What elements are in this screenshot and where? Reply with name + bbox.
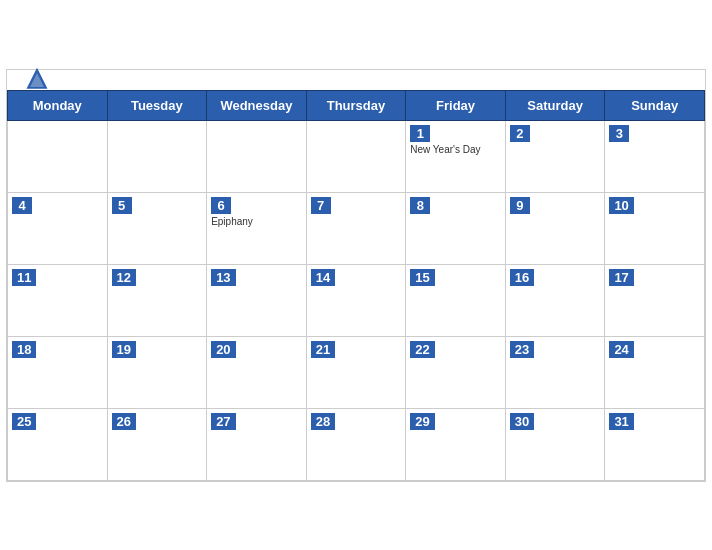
day-number: 11 xyxy=(12,269,36,286)
day-number: 8 xyxy=(410,197,430,214)
day-number: 6 xyxy=(211,197,231,214)
calendar-cell: 7 xyxy=(306,192,406,264)
calendar-cell: 28 xyxy=(306,408,406,480)
day-number: 24 xyxy=(609,341,633,358)
day-number: 1 xyxy=(410,125,430,142)
calendar-cell: 23 xyxy=(505,336,605,408)
day-number: 9 xyxy=(510,197,530,214)
calendar-cell: 22 xyxy=(406,336,506,408)
calendar-cell: 30 xyxy=(505,408,605,480)
holiday-label: New Year's Day xyxy=(410,144,501,155)
day-number: 31 xyxy=(609,413,633,430)
day-number: 13 xyxy=(211,269,235,286)
weekday-header-row: MondayTuesdayWednesdayThursdayFridaySatu… xyxy=(8,90,705,120)
week-row-2: 456Epiphany78910 xyxy=(8,192,705,264)
day-number: 21 xyxy=(311,341,335,358)
day-number: 22 xyxy=(410,341,434,358)
calendar-container: MondayTuesdayWednesdayThursdayFridaySatu… xyxy=(6,69,706,482)
day-number: 16 xyxy=(510,269,534,286)
day-number: 19 xyxy=(112,341,136,358)
weekday-wednesday: Wednesday xyxy=(207,90,307,120)
calendar-cell: 16 xyxy=(505,264,605,336)
day-number: 15 xyxy=(410,269,434,286)
calendar-cell xyxy=(107,120,207,192)
day-number: 25 xyxy=(12,413,36,430)
calendar-cell xyxy=(306,120,406,192)
calendar-cell: 2 xyxy=(505,120,605,192)
day-number: 18 xyxy=(12,341,36,358)
day-number: 30 xyxy=(510,413,534,430)
day-number: 29 xyxy=(410,413,434,430)
calendar-cell: 8 xyxy=(406,192,506,264)
day-number: 12 xyxy=(112,269,136,286)
week-row-5: 25262728293031 xyxy=(8,408,705,480)
weekday-saturday: Saturday xyxy=(505,90,605,120)
week-row-3: 11121314151617 xyxy=(8,264,705,336)
week-row-1: 1New Year's Day23 xyxy=(8,120,705,192)
weekday-monday: Monday xyxy=(8,90,108,120)
calendar-cell: 12 xyxy=(107,264,207,336)
day-number: 2 xyxy=(510,125,530,142)
week-row-4: 18192021222324 xyxy=(8,336,705,408)
weekday-thursday: Thursday xyxy=(306,90,406,120)
day-number: 26 xyxy=(112,413,136,430)
calendar-cell: 10 xyxy=(605,192,705,264)
calendar-cell: 1New Year's Day xyxy=(406,120,506,192)
day-number: 7 xyxy=(311,197,331,214)
logo xyxy=(23,66,55,94)
day-number: 4 xyxy=(12,197,32,214)
weekday-sunday: Sunday xyxy=(605,90,705,120)
calendar-cell: 24 xyxy=(605,336,705,408)
calendar-cell: 14 xyxy=(306,264,406,336)
calendar-cell: 26 xyxy=(107,408,207,480)
calendar-cell: 31 xyxy=(605,408,705,480)
calendar-cell: 21 xyxy=(306,336,406,408)
logo-icon xyxy=(23,66,51,94)
day-number: 3 xyxy=(609,125,629,142)
calendar-cell: 6Epiphany xyxy=(207,192,307,264)
calendar-cell: 25 xyxy=(8,408,108,480)
calendar-table: MondayTuesdayWednesdayThursdayFridaySatu… xyxy=(7,90,705,481)
calendar-cell: 4 xyxy=(8,192,108,264)
day-number: 23 xyxy=(510,341,534,358)
day-number: 27 xyxy=(211,413,235,430)
weekday-friday: Friday xyxy=(406,90,506,120)
day-number: 20 xyxy=(211,341,235,358)
weekday-tuesday: Tuesday xyxy=(107,90,207,120)
calendar-cell: 18 xyxy=(8,336,108,408)
calendar-cell xyxy=(207,120,307,192)
calendar-cell: 11 xyxy=(8,264,108,336)
calendar-header xyxy=(7,70,705,90)
day-number: 28 xyxy=(311,413,335,430)
calendar-cell: 27 xyxy=(207,408,307,480)
day-number: 10 xyxy=(609,197,633,214)
day-number: 14 xyxy=(311,269,335,286)
calendar-cell: 17 xyxy=(605,264,705,336)
calendar-cell: 3 xyxy=(605,120,705,192)
calendar-cell: 19 xyxy=(107,336,207,408)
calendar-cell: 13 xyxy=(207,264,307,336)
calendar-cell: 20 xyxy=(207,336,307,408)
calendar-cell: 29 xyxy=(406,408,506,480)
calendar-cell: 9 xyxy=(505,192,605,264)
calendar-cell: 15 xyxy=(406,264,506,336)
day-number: 5 xyxy=(112,197,132,214)
calendar-cell: 5 xyxy=(107,192,207,264)
holiday-label: Epiphany xyxy=(211,216,302,227)
day-number: 17 xyxy=(609,269,633,286)
calendar-cell xyxy=(8,120,108,192)
